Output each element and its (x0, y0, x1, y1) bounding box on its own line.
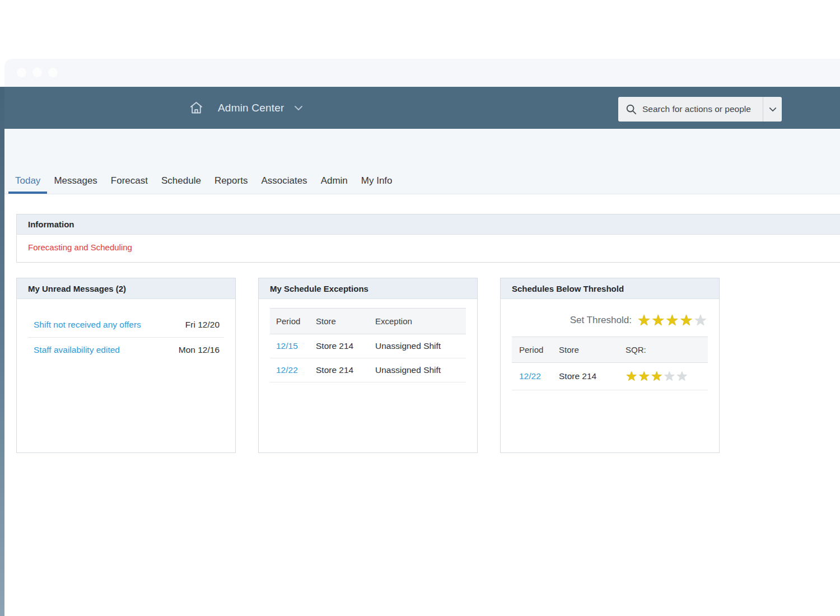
forecasting-scheduling-link[interactable]: Forecasting and Scheduling (28, 242, 132, 252)
exception-cell: Unassigned Shift (375, 341, 466, 351)
card-title: My Unread Messages (2) (28, 284, 126, 293)
store-cell: Store 214 (316, 365, 375, 375)
period-link[interactable]: 12/22 (270, 365, 316, 375)
card-header: My Unread Messages (2) (17, 278, 235, 299)
app-header: Admin Center (0, 87, 840, 129)
star-filled-icon: ★ (637, 312, 651, 328)
message-link[interactable]: Staff availability edited (34, 345, 120, 355)
chevron-down-icon (769, 107, 777, 112)
message-date: Fri 12/20 (185, 320, 220, 330)
information-panel-body: Forecasting and Scheduling (17, 235, 840, 262)
search-box (618, 97, 782, 122)
column-header-store: Store (316, 316, 375, 326)
column-header-exception: Exception (375, 316, 466, 326)
tab-messages[interactable]: Messages (47, 175, 104, 194)
star-filled-icon: ★ (638, 370, 651, 383)
star-empty-icon: ★ (676, 370, 689, 383)
card-header: Schedules Below Threshold (501, 278, 719, 299)
information-panel: Information Forecasting and Scheduling (16, 214, 840, 263)
table-header-row: Period Store SQR: (512, 337, 708, 363)
star-empty-icon: ★ (694, 312, 708, 328)
message-list: Shift not received any offers Fri 12/20 … (28, 312, 224, 362)
card-title: My Schedule Exceptions (270, 284, 368, 293)
window-title-bar (4, 59, 840, 87)
period-link[interactable]: 12/22 (512, 371, 559, 381)
table-row: 12/22 Store 214 Unassigned Shift (270, 358, 466, 382)
table-row: 12/15 Store 214 Unassigned Shift (270, 334, 466, 358)
chevron-down-icon (294, 105, 303, 111)
schedule-exceptions-table: Period Store Exception 12/15 Store 214 U… (270, 308, 466, 382)
window-control-dot[interactable] (17, 68, 26, 77)
tab-reports[interactable]: Reports (208, 175, 255, 194)
window-control-dot[interactable] (32, 68, 42, 77)
sqr-star-rating: ★★★★★ (626, 370, 708, 383)
schedule-exceptions-card: My Schedule Exceptions Period Store Exce… (258, 278, 478, 453)
message-date: Mon 12/16 (179, 345, 220, 355)
column-header-period: Period (270, 316, 316, 326)
table-row: 12/22 Store 214 ★★★★★ (512, 363, 708, 390)
column-header-store: Store (559, 345, 626, 354)
column-header-period: Period (512, 345, 559, 354)
star-filled-icon: ★ (651, 312, 665, 328)
app-title-dropdown[interactable] (294, 105, 303, 111)
home-button[interactable] (188, 100, 204, 116)
tab-today[interactable]: Today (8, 175, 47, 194)
unread-messages-card: My Unread Messages (2) Shift not receive… (16, 278, 236, 453)
list-item: Staff availability edited Mon 12/16 (28, 337, 224, 362)
information-panel-title: Information (17, 214, 840, 235)
dashboard-cards: My Unread Messages (2) Shift not receive… (16, 278, 840, 453)
header-left-group: Admin Center (188, 87, 303, 129)
below-threshold-table: Period Store SQR: 12/22 Store 214 ★★★★★ (512, 337, 708, 390)
tab-admin[interactable]: Admin (314, 175, 354, 194)
message-link[interactable]: Shift not received any offers (34, 320, 141, 330)
card-header: My Schedule Exceptions (259, 278, 477, 299)
threshold-star-rating[interactable]: ★★★★★ (637, 312, 708, 328)
tab-forecast[interactable]: Forecast (104, 175, 155, 194)
window-control-dot[interactable] (48, 68, 58, 77)
home-icon (189, 100, 204, 115)
star-filled-icon: ★ (680, 312, 694, 328)
tab-bar: Today Messages Forecast Schedule Reports… (4, 129, 840, 194)
star-filled-icon: ★ (651, 370, 664, 383)
search-input[interactable] (642, 104, 763, 114)
main-content: Today Messages Forecast Schedule Reports… (4, 129, 840, 616)
tab-schedule[interactable]: Schedule (155, 175, 208, 194)
list-item: Shift not received any offers Fri 12/20 (28, 312, 224, 337)
below-threshold-card: Schedules Below Threshold Set Threshold:… (500, 278, 720, 453)
window-controls[interactable] (17, 68, 58, 77)
store-cell: Store 214 (316, 341, 375, 351)
set-threshold-control: Set Threshold: ★★★★★ (512, 312, 708, 328)
search-icon (626, 104, 637, 115)
set-threshold-label: Set Threshold: (570, 315, 632, 326)
exception-cell: Unassigned Shift (375, 365, 466, 375)
search-scope-dropdown[interactable] (763, 97, 782, 122)
app-title[interactable]: Admin Center (218, 102, 284, 114)
tab-my-info[interactable]: My Info (354, 175, 399, 194)
star-filled-icon: ★ (626, 370, 638, 383)
app-screen: Admin Center (0, 0, 840, 616)
star-empty-icon: ★ (664, 370, 676, 383)
period-link[interactable]: 12/15 (270, 341, 316, 351)
column-header-sqr: SQR: (626, 345, 708, 354)
left-edge-strip (0, 87, 4, 616)
store-cell: Store 214 (559, 371, 626, 381)
star-filled-icon: ★ (665, 312, 679, 328)
tab-associates[interactable]: Associates (254, 175, 314, 194)
card-title: Schedules Below Threshold (512, 284, 624, 293)
table-header-row: Period Store Exception (270, 309, 466, 334)
